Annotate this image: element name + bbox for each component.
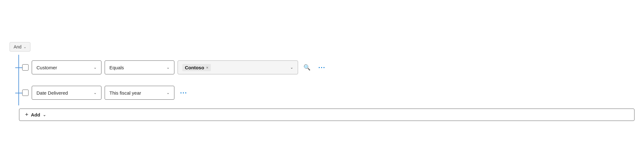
add-chevron-icon: ⌄ [43, 113, 46, 117]
and-chevron-icon: ⌄ [23, 45, 26, 49]
row-2-field-dropdown[interactable]: Date Delivered ⌄ [32, 86, 101, 100]
row-1-more-button[interactable]: ··· [316, 63, 328, 72]
add-button[interactable]: + Add ⌄ [19, 109, 634, 121]
row-2-operator-label: This fiscal year [109, 90, 141, 96]
row-2-operator-dropdown[interactable]: This fiscal year ⌄ [105, 86, 174, 100]
add-label: Add [31, 112, 40, 117]
row-1-search-button[interactable]: 🔍 [301, 62, 313, 73]
row-1-checkbox[interactable] [22, 64, 29, 71]
row-1-field-chevron-icon: ⌄ [94, 65, 97, 70]
row-1-value-close-icon[interactable]: × [206, 65, 209, 70]
filter-row-1: Customer ⌄ Equals ⌄ Contoso × [22, 55, 634, 80]
row-1-value-text: Contoso [185, 65, 204, 70]
row-1-value-dropdown[interactable]: Contoso × ⌄ [178, 60, 298, 74]
row-2-field-chevron-icon: ⌄ [94, 91, 97, 95]
row-1-operator-label: Equals [109, 65, 124, 70]
vertical-connector-line [18, 55, 19, 105]
plus-icon: + [25, 111, 29, 118]
more-dots-icon-2: ··· [180, 89, 187, 97]
and-label: And [14, 44, 22, 49]
row-1-operator-chevron-icon: ⌄ [166, 65, 170, 70]
row-2-checkbox[interactable] [22, 90, 29, 96]
row-2-operator-chevron-icon: ⌄ [166, 91, 170, 95]
vertical-line-container [10, 55, 22, 105]
row-1-operator-dropdown[interactable]: Equals ⌄ [105, 60, 174, 74]
row-2-more-button[interactable]: ··· [178, 88, 190, 98]
row-1-value-content: Contoso × [182, 64, 285, 71]
filter-container: And ⌄ Customer ⌄ Equals ⌄ [10, 42, 634, 121]
rows-section: Customer ⌄ Equals ⌄ Contoso × [10, 55, 634, 105]
row-1-value-chevron-icon: ⌄ [290, 65, 293, 70]
filter-row-2: Date Delivered ⌄ This fiscal year ⌄ ··· [22, 80, 634, 105]
row-1-field-label: Customer [36, 65, 57, 70]
search-icon: 🔍 [303, 64, 310, 71]
and-button[interactable]: And ⌄ [10, 42, 30, 52]
row-1-value-tag: Contoso × [182, 64, 211, 71]
rows-content: Customer ⌄ Equals ⌄ Contoso × [22, 55, 634, 105]
row-1-field-dropdown[interactable]: Customer ⌄ [32, 60, 101, 74]
more-dots-icon: ··· [318, 64, 326, 71]
row-2-field-label: Date Delivered [36, 90, 68, 96]
